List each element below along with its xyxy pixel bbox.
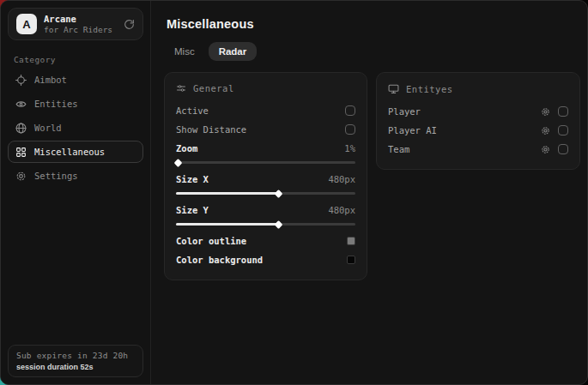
- slider-label: Size X: [176, 174, 209, 184]
- slider-label: Size Y: [176, 205, 209, 215]
- category-label: Category: [14, 55, 150, 64]
- entities-panel: Entityes Player Player AI: [376, 72, 580, 170]
- toggle-label: Show Distance: [176, 124, 246, 135]
- sidebar-item-aimbot[interactable]: Aimbot: [8, 69, 143, 91]
- crosshair-icon: [15, 75, 27, 86]
- sidebar-item-label: Aimbot: [34, 75, 67, 85]
- tab-misc[interactable]: Misc: [164, 42, 205, 61]
- entity-label: Team: [388, 144, 541, 154]
- entity-row-player-ai: Player AI: [388, 121, 568, 140]
- slider-fill: [176, 223, 278, 226]
- slider-row-zoom: Zoom 1%: [176, 139, 355, 158]
- app-window: A Arcane for Arc Riders Category: [0, 0, 588, 385]
- app-subtitle: for Arc Riders: [44, 25, 112, 35]
- gear-icon[interactable]: [541, 126, 550, 135]
- app-logo: A: [16, 14, 37, 34]
- size-y-slider[interactable]: [176, 223, 355, 226]
- slider-label: Zoom: [176, 143, 197, 153]
- player-ai-checkbox[interactable]: [558, 125, 568, 135]
- slider-value: 1%: [344, 143, 355, 153]
- slider-thumb[interactable]: [275, 189, 283, 198]
- slider-value: 480px: [328, 174, 355, 184]
- slider-value: 480px: [328, 205, 355, 215]
- sidebar-item-label: Settings: [34, 171, 78, 181]
- general-panel: General Active Show Distance Zoom 1%: [164, 72, 367, 280]
- sub-expiry-text: Sub expires in 23d 20h: [16, 351, 135, 360]
- slider-row-size-y: Size Y 480px: [176, 201, 355, 220]
- size-x-slider[interactable]: [176, 192, 355, 195]
- logo-card: A Arcane for Arc Riders: [8, 8, 143, 40]
- entity-label: Player: [388, 106, 541, 117]
- background-color-swatch[interactable]: [347, 256, 355, 264]
- outline-color-swatch[interactable]: [347, 237, 355, 245]
- sidebar-item-entities[interactable]: Entities: [8, 93, 143, 115]
- gear-icon: [15, 171, 27, 182]
- page-title: Miscellaneous: [167, 17, 580, 31]
- grid-icon: [15, 147, 27, 158]
- sidebar-nav: Aimbot Entities Wo: [1, 69, 150, 187]
- general-panel-title: General: [193, 83, 234, 93]
- slider-fill: [176, 161, 178, 164]
- tab-radar[interactable]: Radar: [209, 42, 258, 61]
- show-distance-checkbox[interactable]: [345, 124, 355, 135]
- active-checkbox[interactable]: [345, 105, 355, 116]
- app-title: Arcane: [44, 14, 112, 25]
- eye-icon: [15, 99, 27, 110]
- sliders-icon: [176, 83, 186, 93]
- sidebar-item-label: Entities: [34, 99, 78, 109]
- slider-row-size-x: Size X 480px: [176, 170, 355, 189]
- sidebar-item-miscellaneous[interactable]: Miscellaneous: [8, 141, 143, 163]
- sidebar-item-settings[interactable]: Settings: [8, 165, 143, 187]
- slider-thumb[interactable]: [275, 220, 283, 229]
- sidebar-item-label: Miscellaneous: [34, 147, 105, 157]
- zoom-slider[interactable]: [176, 161, 355, 164]
- session-duration-text: session duration 52s: [16, 363, 135, 371]
- desktop-background: A Arcane for Arc Riders Category: [0, 0, 588, 385]
- toggle-row-active: Active: [176, 101, 355, 120]
- entity-row-player: Player: [388, 102, 568, 121]
- sidebar-item-label: World: [34, 123, 62, 133]
- sidebar: A Arcane for Arc Riders Category: [1, 1, 151, 384]
- monitor-icon: [388, 83, 399, 94]
- refresh-icon[interactable]: [124, 19, 135, 30]
- entity-label: Player AI: [388, 125, 541, 135]
- color-label: Color outline: [176, 236, 246, 246]
- general-panel-header: General: [176, 83, 355, 93]
- subscription-info: Sub expires in 23d 20h session duration …: [8, 345, 143, 377]
- color-row-outline: Color outline: [176, 232, 355, 250]
- main-content: Miscellaneous Misc Radar Gene: [151, 1, 588, 384]
- slider-fill: [176, 192, 278, 195]
- gear-icon[interactable]: [541, 107, 550, 117]
- toggle-row-show-distance: Show Distance: [176, 120, 355, 139]
- logo-text: Arcane for Arc Riders: [44, 14, 112, 35]
- entity-row-team: Team: [388, 140, 568, 159]
- globe-icon: [15, 123, 27, 134]
- gear-icon[interactable]: [541, 145, 550, 154]
- color-row-background: Color background: [176, 250, 355, 269]
- slider-thumb[interactable]: [174, 159, 183, 167]
- entities-panel-header: Entityes: [388, 83, 568, 94]
- color-label: Color background: [176, 255, 263, 265]
- toggle-label: Active: [176, 105, 209, 116]
- entities-panel-title: Entityes: [406, 84, 453, 94]
- team-checkbox[interactable]: [558, 144, 568, 154]
- player-checkbox[interactable]: [558, 106, 568, 117]
- sidebar-item-world[interactable]: World: [8, 117, 143, 139]
- tab-bar: Misc Radar: [164, 42, 580, 61]
- panels: General Active Show Distance Zoom 1%: [164, 72, 580, 280]
